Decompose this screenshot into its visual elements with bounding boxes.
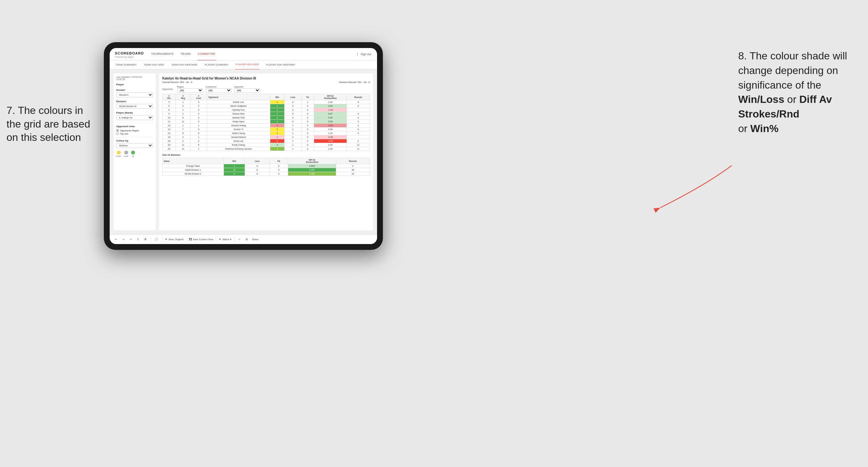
nav-tournaments[interactable]: TOURNAMENTS: [150, 48, 174, 61]
filter-opponent-select[interactable]: (All): [234, 88, 260, 93]
cell-conf: 2: [190, 104, 207, 108]
radio-label-top100: Top 100: [120, 133, 128, 135]
table-row: 16 2 1 Jessica Mason 1 2 0 -0.94: [162, 135, 370, 139]
subnav-team-h2h-heatmap[interactable]: TEAM H2H HEATMAP: [171, 60, 198, 69]
cell-reg: 2: [176, 135, 190, 139]
cell-div: 14: [162, 128, 176, 131]
right-annotation: 8. The colour shade will change dependin…: [738, 49, 862, 136]
cell-win: 1: [270, 112, 285, 116]
radio-top100[interactable]: Top 100: [116, 132, 153, 135]
cell-win: 0: [270, 139, 285, 143]
nav-committee[interactable]: COMMITTEE: [197, 48, 216, 61]
sidebar-division-select[interactable]: NCAA Division III: [116, 104, 153, 109]
subnav-player-summary[interactable]: PLAYER SUMMARY: [204, 60, 229, 69]
cell-diff: 1.25: [314, 131, 346, 135]
cell-win: 1: [270, 131, 285, 135]
filter-region-select[interactable]: (All): [177, 88, 203, 93]
th-conf: #Conf: [190, 94, 207, 100]
toolbar-undo[interactable]: ↩: [114, 237, 118, 242]
sidebar-colour-by-section: Colour by Win/loss: [116, 139, 153, 148]
share-label: Share: [252, 238, 258, 241]
ood-row: Foreign Team 1 0 0 4.500 2: [162, 164, 370, 168]
sidebar-gender-select[interactable]: Women's: [116, 93, 153, 97]
cell-opponent: Sydney Kuo: [207, 108, 270, 112]
sidebar-colour-by-select[interactable]: Win/loss: [116, 143, 153, 148]
cell-opponent: Jessica Huang: [207, 124, 270, 128]
cell-div: 6: [162, 108, 176, 112]
subnav-team-h2h-grid[interactable]: TEAM H2H GRID: [143, 60, 165, 69]
ood-row: NCAA Division 2 5 0 0 7.400 10: [162, 172, 370, 176]
radio-opponents-played[interactable]: Opponents Played: [116, 129, 153, 132]
toolbar-view-original[interactable]: 👁 View: Original: [165, 238, 183, 241]
cell-opponent: Federica Domecq Lacroze: [207, 147, 270, 151]
save-custom-label: Save Custom View: [193, 238, 213, 241]
ood-cell-loss: 0: [245, 164, 270, 168]
toolbar-share[interactable]: Share: [252, 238, 258, 241]
toolbar-grid[interactable]: ⊞: [244, 237, 249, 242]
toolbar-redo-right[interactable]: ↩: [128, 237, 133, 242]
filter-conference-select[interactable]: (All): [206, 88, 232, 93]
toolbar-clock[interactable]: 🕐: [153, 237, 159, 242]
logo-block: SCOREBOARD Powered by clippd: [115, 50, 145, 58]
cell-opponent: Esther Lee: [207, 100, 270, 104]
right-bold1: Win/Loss: [738, 93, 784, 105]
cell-conf: 1: [190, 135, 207, 139]
sidebar-gender-label: Gender: [116, 89, 153, 92]
subnav-player-h2h-heatmap[interactable]: PLAYER H2H HEATMAP: [266, 60, 296, 69]
cell-conf: 4: [190, 128, 207, 131]
ood-th-rounds: Rounds: [336, 158, 370, 164]
subnav-player-h2h-grid[interactable]: PLAYER H2H GRID: [235, 60, 259, 70]
cell-div: 16: [162, 135, 176, 139]
th-opponent: Opponent: [207, 94, 270, 100]
cell-opponent: Eunice Yi: [207, 128, 270, 131]
cell-rounds: 4: [347, 116, 370, 120]
toolbar-watch[interactable]: 👁 Watch ▾: [219, 238, 231, 241]
sign-out-button[interactable]: Sign out: [360, 48, 372, 60]
legend-dot-level: [124, 151, 128, 154]
ood-th-diff: Diff AvStrokes/Rnd: [288, 158, 336, 164]
grid-record: Overall Record: 353 - 34 - 6 Division Re…: [162, 81, 370, 84]
right-bold3: Win%: [750, 123, 778, 134]
view-icon: 👁: [165, 238, 167, 241]
cell-loss: 0: [285, 100, 302, 104]
toolbar-save-custom[interactable]: 💾 Save Custom View: [189, 238, 213, 241]
toolbar-copy[interactable]: ⎘: [136, 237, 140, 242]
view-original-label: View: Original: [168, 238, 183, 241]
cell-win: 2: [270, 147, 285, 151]
sidebar-player-rank-select[interactable]: 8. Katelyn Vo: [116, 115, 153, 120]
toolbar-expand[interactable]: ⤢: [237, 237, 242, 242]
cell-tie: 1: [301, 100, 314, 104]
overall-record-value: 353 - 34 - 6: [180, 81, 192, 84]
ood-cell-win: 1: [224, 164, 245, 168]
nav-teams[interactable]: TEAMS: [180, 48, 191, 61]
opponent-view-title: Opponent view: [116, 125, 153, 128]
sidebar-colour-by-label: Colour by: [116, 139, 153, 142]
toolbar-paste[interactable]: ⌘: [143, 237, 148, 242]
th-rounds: Rounds: [347, 94, 370, 100]
cell-conf: 6: [190, 143, 207, 147]
cell-loss: 2: [285, 128, 302, 131]
cell-win: 2: [270, 116, 285, 120]
cell-loss: 1: [285, 139, 302, 143]
ood-cell-loss: 0: [245, 172, 270, 176]
ood-cell-tie: 0: [269, 168, 288, 172]
ood-cell-loss: 0: [245, 168, 270, 172]
subnav-team-summary[interactable]: TEAM SUMMARY: [115, 60, 137, 69]
toolbar-divider4: [216, 237, 216, 242]
cell-reg: 11: [176, 143, 190, 147]
tablet-frame: SCOREBOARD Powered by clippd TOURNAMENTS…: [104, 42, 383, 250]
cell-rounds: 2: [347, 139, 370, 143]
ood-th-loss: Loss: [245, 158, 270, 164]
cell-div: 15: [162, 131, 176, 135]
cell-loss: 0: [285, 120, 302, 124]
cell-conf: 7: [190, 147, 207, 151]
ood-cell-diff: 9.267: [288, 168, 336, 172]
ood-cell-name: NCAA Division 2: [162, 172, 224, 176]
cell-conf: 4: [190, 100, 207, 104]
filter-opponent-label: Opponent: [234, 86, 260, 88]
cell-tie: 0: [301, 108, 314, 112]
cell-rounds: 11: [347, 143, 370, 147]
toolbar-redo-left[interactable]: ↪: [121, 237, 126, 242]
cell-diff: 0.38: [314, 128, 346, 131]
cell-tie: 0: [301, 124, 314, 128]
